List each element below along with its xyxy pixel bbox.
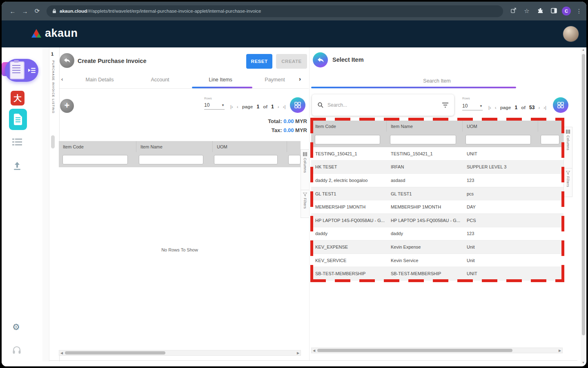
filters-side-tab[interactable]: Filters [564,168,572,200]
left-horizontal-scrollbar[interactable]: ◀ ▶ [59,350,301,356]
reload-icon[interactable]: ⟳ [31,7,43,15]
add-line-item-button[interactable]: + [60,99,74,113]
filter-input-item-code[interactable] [315,135,380,144]
page-word: page [242,104,253,109]
col-header-uom[interactable]: UOM [213,141,287,152]
of-word: of [521,105,526,110]
support-headset-icon[interactable] [12,346,21,354]
collapsed-listing-panel[interactable]: 1 PURCHASE INVOICE LISTING [49,47,60,361]
total-currency: MYR [295,118,307,124]
last-page-icon[interactable]: ›| [543,105,546,110]
scroll-right-icon[interactable]: ▶ [557,349,562,352]
right-horizontal-scrollbar[interactable]: ◀ ▶ [311,348,563,353]
cell-uom: DAY [463,204,538,209]
filter-input-item-name[interactable] [139,155,203,164]
columns-tab-label: Columns [303,158,307,173]
scroll-right-icon[interactable]: ▶ [296,351,301,355]
rows-per-page-select[interactable]: 10 ▼ [204,102,225,110]
next-page-icon[interactable]: › [278,104,279,109]
upload-icon[interactable] [12,161,22,171]
filter-input-uom[interactable] [466,135,531,144]
filter-input-partial[interactable] [288,155,301,164]
of-word: of [263,104,267,109]
scroll-left-icon[interactable]: ◀ [312,349,316,352]
prev-page-icon[interactable]: ‹ [495,105,497,110]
columns-side-tab[interactable]: Columns [564,127,572,168]
tabs-scroll-left-icon[interactable]: ‹ [61,76,63,82]
share-icon[interactable] [508,7,519,15]
page-vertical-scrollbar[interactable]: ▲ ▼ [581,48,586,364]
filter-list-icon[interactable] [442,103,448,108]
search-input[interactable] [327,102,442,108]
address-bar[interactable]: akaun.cloud/#/applets/tnt/wavelet/erp/in… [47,5,503,17]
user-avatar[interactable] [563,26,579,42]
filter-input-item-code[interactable] [62,155,128,164]
filter-input-item-name[interactable] [390,135,456,144]
table-row[interactable]: TESTING_150421_1 TESTING_150421_1 UNIT [311,147,564,161]
left-scroll-thumb[interactable] [65,351,165,355]
next-page-icon[interactable]: › [538,105,540,110]
reset-button[interactable]: RESET [246,54,272,69]
col-header-item-name[interactable]: Item Name [387,121,463,132]
col-header-item-code[interactable]: Item Code [59,141,136,152]
table-row[interactable]: SB-TEST-MEMBERSHIP SB-TEST-MEMBERSHIP UN… [311,267,564,280]
last-page-icon[interactable]: ›| [283,104,286,109]
url-text: akaun.cloud/#/applets/tnt/wavelet/erp/in… [60,9,261,13]
first-page-icon[interactable]: |‹ [230,104,233,109]
tab-search-item[interactable]: Search Item [311,78,563,84]
table-row[interactable]: KEV_SERVICE Kevin Service Unit [311,254,564,267]
tab-main-details[interactable]: Main Details [69,77,130,83]
cell-item-name: MEMBERSHIP 1MONTH [387,204,463,209]
scroll-up-icon[interactable]: ▲ [581,48,586,51]
create-button[interactable]: CREATE [276,54,307,69]
page-word: page [500,105,511,110]
columns-side-tab[interactable]: Columns [301,150,309,190]
page-scroll-thumb[interactable] [582,54,585,335]
scroll-down-icon[interactable]: ▼ [581,361,586,364]
tabs-scroll-right-icon[interactable]: › [299,75,301,82]
col-header-uom[interactable]: UOM [463,121,538,132]
filters-side-tab[interactable]: Filters [301,190,309,222]
grid-view-button[interactable] [290,97,305,113]
tax-value: 0.00 [283,127,294,133]
rows-per-page-select[interactable]: 10 ▼ [462,103,483,110]
table-row[interactable]: GL TEST1 GL TEST1 pcs [311,187,564,201]
first-page-icon[interactable]: |‹ [488,105,491,110]
filter-input-partial[interactable] [541,135,559,144]
table-row[interactable]: HK TESET IRFAN SUPPLER LEVEL 3 [311,161,564,174]
bookmark-star-icon[interactable]: ☆ [521,7,532,15]
table-row[interactable]: MEMBERSHIP 1MONTH MEMBERSHIP 1MONTH DAY [311,200,564,214]
table-row[interactable]: KEV_EXPENSE Kevin Expense Unit [311,240,564,254]
scroll-left-icon[interactable]: ◀ [59,351,64,355]
forward-icon[interactable]: → [19,8,31,15]
cell-item-name: HP LAPTOP 14S-FQ0058AU - G... [387,218,463,223]
pdf-applet-icon[interactable]: 大 [11,91,24,105]
tab-payment[interactable]: Payment [251,77,299,83]
select-item-back-button[interactable] [313,52,328,67]
prev-page-icon[interactable]: ‹ [237,104,238,109]
empty-table-message: No Rows To Show [59,247,301,252]
extensions-icon[interactable] [535,7,546,15]
settings-gear-icon[interactable]: ⚙ [12,322,20,332]
right-scroll-thumb[interactable] [317,349,512,352]
active-applet-purchase-invoice[interactable] [5,59,38,82]
tab-account[interactable]: Account [130,77,190,83]
col-header-item-code[interactable]: Item Code [311,121,387,132]
document-applet-icon[interactable] [9,109,27,130]
collapsed-panel-scrollthumb[interactable] [51,135,55,148]
kebab-menu-icon[interactable]: ⋮ [574,8,584,14]
list-icon[interactable] [12,138,22,146]
back-icon[interactable]: ← [7,8,19,15]
filter-input-uom[interactable] [214,155,278,164]
tab-line-items[interactable]: Line Items [190,77,251,83]
grid-view-button[interactable] [553,97,568,113]
browser-profile-avatar[interactable]: C [562,7,571,16]
back-button[interactable] [60,53,74,68]
side-panel-icon[interactable] [548,8,559,15]
table-row[interactable]: HP LAPTOP 14S-FQ0058AU - G... HP LAPTOP … [311,214,564,227]
table-row[interactable]: daddy daddy 123 [311,227,564,241]
col-header-item-name[interactable]: Item Name [136,141,213,152]
akaun-logo[interactable]: akaun [31,27,78,40]
right-table-header: Item Code Item Name UOM [311,121,564,132]
table-row[interactable]: daddy 2, electric boogaloo asdasd 123 [311,174,564,187]
